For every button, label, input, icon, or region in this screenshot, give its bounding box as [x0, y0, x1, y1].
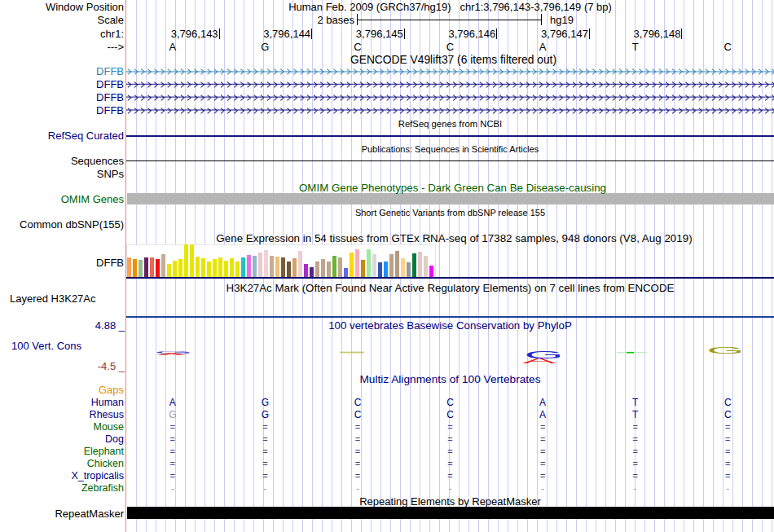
svg-text:A: A [522, 357, 556, 366]
svg-text:A: A [157, 353, 187, 355]
svg-text:G: G [707, 346, 745, 356]
